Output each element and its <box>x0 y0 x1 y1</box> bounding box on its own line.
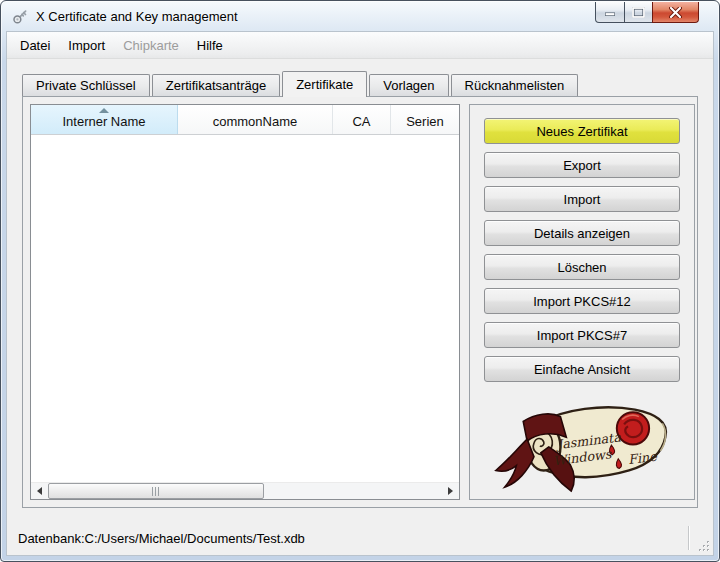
horizontal-scrollbar <box>31 482 459 499</box>
resize-grip[interactable] <box>698 540 711 553</box>
table-header: Interner Name commonName CA Serien <box>31 105 459 135</box>
scroll-text-line3: Fine <box>627 449 659 468</box>
arrow-left-icon <box>37 487 42 495</box>
column-label: Serien <box>406 114 444 129</box>
menu-item-chipkarte: Chipkarte <box>114 34 188 57</box>
minimize-button[interactable] <box>595 2 625 23</box>
column-header-seriennummer[interactable]: Serien <box>391 105 459 134</box>
tab-pane: Interner Name commonName CA Serien <box>22 96 698 508</box>
import-pkcs7-button[interactable]: Import PKCS#7 <box>484 322 680 348</box>
scrollbar-track[interactable] <box>48 483 442 499</box>
arrow-right-icon <box>448 487 453 495</box>
column-header-ca[interactable]: CA <box>333 105 391 134</box>
action-panel: Neues Zertifikat Export Import Details a… <box>469 104 695 500</box>
close-icon <box>669 7 682 18</box>
column-label: commonName <box>213 114 298 129</box>
menu-item-datei[interactable]: Datei <box>11 34 59 57</box>
sort-ascending-icon <box>99 108 109 113</box>
column-header-interner-name[interactable]: Interner Name <box>31 105 178 134</box>
column-label: Interner Name <box>62 114 145 129</box>
certificate-table: Interner Name commonName CA Serien <box>30 104 460 500</box>
scrollbar-thumb[interactable] <box>48 483 264 499</box>
tab-vorlagen[interactable]: Vorlagen <box>369 74 448 96</box>
table-body-empty[interactable] <box>31 135 459 482</box>
caption-buttons <box>596 2 699 23</box>
key-icon <box>12 8 29 25</box>
import-button[interactable]: Import <box>484 186 680 212</box>
delete-button[interactable]: Löschen <box>484 254 680 280</box>
tab-private-schluessel[interactable]: Private Schlüssel <box>22 74 150 96</box>
status-text: Datenbank:C:/Users/Michael/Documents/Tes… <box>18 531 305 546</box>
export-button[interactable]: Export <box>484 152 680 178</box>
scrollbar-grip-icon <box>152 487 160 496</box>
tab-zertifikate[interactable]: Zertifikate <box>282 71 367 97</box>
show-details-button[interactable]: Details anzeigen <box>484 220 680 246</box>
minimize-icon <box>604 8 616 17</box>
client-area: Datei Import Chipkarte Hilfe Private Sch… <box>6 31 714 556</box>
statusbar: Datenbank:C:/Users/Michael/Documents/Tes… <box>7 521 713 555</box>
column-header-commonname[interactable]: commonName <box>178 105 333 134</box>
app-window: X Certificate and Key management <box>0 0 720 562</box>
menu-item-hilfe[interactable]: Hilfe <box>188 34 232 57</box>
close-button[interactable] <box>652 2 699 23</box>
import-pkcs12-button[interactable]: Import PKCS#12 <box>484 288 680 314</box>
menu-item-import[interactable]: Import <box>59 34 114 57</box>
tab-zertifikatsantraege[interactable]: Zertifikatsanträge <box>152 74 280 96</box>
tab-ruecknahmelisten[interactable]: Rücknahmelisten <box>451 74 579 96</box>
xca-scroll-logo: Jasminata Windows Fine <box>484 394 680 496</box>
column-label: CA <box>352 114 370 129</box>
maximize-icon <box>632 7 645 18</box>
titlebar: X Certificate and Key management <box>1 1 719 31</box>
tabbar: Private Schlüssel Zertifikatsanträge Zer… <box>7 70 713 96</box>
new-certificate-button[interactable]: Neues Zertifikat <box>484 118 680 144</box>
certificate-scroll-illustration: Jasminata Windows Fine <box>484 394 680 496</box>
maximize-button[interactable] <box>624 2 653 23</box>
window-title: X Certificate and Key management <box>36 9 238 24</box>
scrollbar-left-button[interactable] <box>31 483 48 499</box>
simple-view-button[interactable]: Einfache Ansicht <box>484 356 680 382</box>
scrollbar-right-button[interactable] <box>442 483 459 499</box>
statusbar-separator <box>688 526 689 550</box>
menubar: Datei Import Chipkarte Hilfe <box>7 32 713 59</box>
